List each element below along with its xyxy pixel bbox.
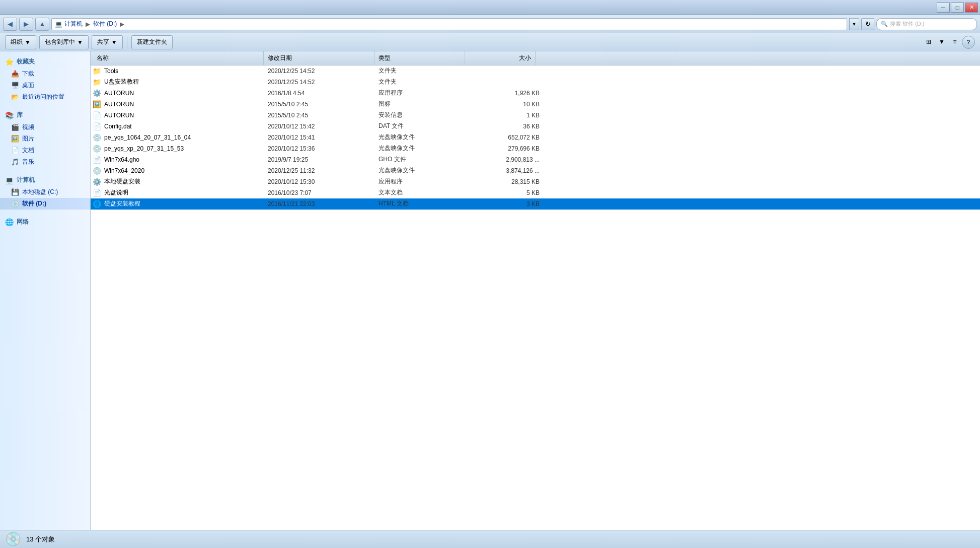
new-folder-label: 新建文件夹 xyxy=(137,38,167,46)
file-type-3: 图标 xyxy=(379,100,469,108)
include-library-dropdown-icon: ▼ xyxy=(77,39,83,46)
help-button[interactable]: ? xyxy=(962,36,975,49)
refresh-button[interactable]: ↻ xyxy=(861,18,874,30)
table-row[interactable]: 📁 U盘安装教程 2020/12/25 14:52 文件夹 xyxy=(91,77,980,88)
table-row[interactable]: 🌐 硬盘安装教程 2016/11/21 22:03 HTML 文档 3 KB xyxy=(91,198,980,210)
search-box[interactable]: 🔍 搜索 软件 (D:) xyxy=(876,18,977,30)
file-size-7: 279,696 KB xyxy=(469,145,540,152)
file-icon-4: 📄 xyxy=(93,111,101,119)
file-icon-0: 📁 xyxy=(93,67,101,75)
picture-icon: 🖼️ xyxy=(11,135,19,143)
table-row[interactable]: 📄 AUTORUN 2015/5/10 2:45 安装信息 1 KB xyxy=(91,110,980,121)
music-label: 音乐 xyxy=(22,158,34,166)
col-name-label: 名称 xyxy=(97,54,109,62)
path-drive[interactable]: 软件 (D:) xyxy=(93,20,117,28)
close-button[interactable]: ✕ xyxy=(965,3,978,13)
file-type-11: 文本文档 xyxy=(379,188,469,197)
sidebar-section-library: 📚 库 🎬 视频 🖼️ 图片 📄 文档 🎵 音乐 xyxy=(0,109,90,168)
drive-d-label: 软件 (D:) xyxy=(22,199,46,208)
status-text: 13 个对象 xyxy=(26,535,55,544)
new-folder-button[interactable]: 新建文件夹 xyxy=(131,35,173,49)
table-row[interactable]: 💿 pe_yqs_xp_20_07_31_15_53 2020/10/12 15… xyxy=(91,143,980,154)
drive-c-icon: 💾 xyxy=(11,188,19,196)
main-layout: ⭐ 收藏夹 📥 下载 🖥️ 桌面 📂 最近访问的位置 📚 库 xyxy=(0,51,980,530)
sidebar-item-drive-c[interactable]: 💾 本地磁盘 (C:) xyxy=(0,186,90,198)
desktop-label: 桌面 xyxy=(22,81,34,90)
sidebar-header-library[interactable]: 📚 库 xyxy=(0,109,90,121)
up-button[interactable]: ▲ xyxy=(35,18,49,31)
view-buttons: ⊞ ▼ ≡ ? xyxy=(923,36,975,49)
network-sidebar-icon: 🌐 xyxy=(5,218,14,226)
view-dropdown-button[interactable]: ▼ xyxy=(936,36,948,48)
file-date-6: 2020/10/12 15:41 xyxy=(268,134,379,141)
address-dropdown[interactable]: ▼ xyxy=(849,18,859,30)
drive-d-icon: 💿 xyxy=(11,200,19,208)
view-list-button[interactable]: ≡ xyxy=(949,36,961,48)
document-label: 文档 xyxy=(22,146,34,155)
table-row[interactable]: ⚙️ AUTORUN 2016/1/8 4:54 应用程序 1,926 KB xyxy=(91,88,980,99)
col-size-label: 大小 xyxy=(519,54,531,62)
picture-label: 图片 xyxy=(22,134,34,143)
sidebar-item-desktop[interactable]: 🖥️ 桌面 xyxy=(0,80,90,91)
sidebar-item-picture[interactable]: 🖼️ 图片 xyxy=(0,133,90,145)
sidebar-header-computer[interactable]: 💻 计算机 xyxy=(0,174,90,186)
file-date-7: 2020/10/12 15:36 xyxy=(268,145,379,152)
file-size-9: 3,874,126 ... xyxy=(469,167,540,174)
table-row[interactable]: 📁 Tools 2020/12/25 14:52 文件夹 xyxy=(91,65,980,77)
address-path[interactable]: 💻 计算机 ▶ 软件 (D:) ▶ xyxy=(51,18,847,30)
sidebar-item-document[interactable]: 📄 文档 xyxy=(0,145,90,156)
sidebar-item-drive-d[interactable]: 💿 软件 (D:) xyxy=(0,198,90,210)
organize-label: 组织 xyxy=(11,38,23,46)
table-row[interactable]: 📄 Win7x64.gho 2019/9/7 19:25 GHO 文件 2,90… xyxy=(91,154,980,165)
maximize-button[interactable]: □ xyxy=(951,3,964,13)
table-row[interactable]: 📄 光盘说明 2016/10/23 7:07 文本文档 5 KB xyxy=(91,187,980,198)
minimize-button[interactable]: ─ xyxy=(937,3,950,13)
favorites-icon: ⭐ xyxy=(5,58,14,66)
col-header-name[interactable]: 名称 xyxy=(93,51,264,65)
file-type-5: DAT 文件 xyxy=(379,122,469,130)
file-name-4: AUTORUN xyxy=(104,112,134,119)
table-row[interactable]: 🖼️ AUTORUN 2015/5/10 2:45 图标 10 KB xyxy=(91,99,980,110)
sidebar-header-network[interactable]: 🌐 网络 xyxy=(0,216,90,228)
back-button[interactable]: ◀ xyxy=(3,18,17,31)
file-icon-10: ⚙️ xyxy=(93,178,101,186)
view-grid-button[interactable]: ⊞ xyxy=(923,36,935,48)
table-row[interactable]: ⚙️ 本地硬盘安装 2020/10/12 15:30 应用程序 28,315 K… xyxy=(91,176,980,187)
file-name-3: AUTORUN xyxy=(104,101,134,108)
organize-button[interactable]: 组织 ▼ xyxy=(5,35,36,49)
sidebar-item-video[interactable]: 🎬 视频 xyxy=(0,121,90,133)
sidebar: ⭐ 收藏夹 📥 下载 🖥️ 桌面 📂 最近访问的位置 📚 库 xyxy=(0,51,91,530)
forward-button[interactable]: ▶ xyxy=(19,18,33,31)
share-button[interactable]: 共享 ▼ xyxy=(92,35,123,49)
network-sidebar-label: 网络 xyxy=(17,218,29,226)
sidebar-item-music[interactable]: 🎵 音乐 xyxy=(0,156,90,168)
col-header-size[interactable]: 大小 xyxy=(465,51,536,65)
file-list: 📁 Tools 2020/12/25 14:52 文件夹 📁 U盘安装教程 20… xyxy=(91,65,980,530)
col-header-date[interactable]: 修改日期 xyxy=(264,51,374,65)
include-library-button[interactable]: 包含到库中 ▼ xyxy=(39,35,89,49)
sidebar-item-recent[interactable]: 📂 最近访问的位置 xyxy=(0,91,90,103)
path-computer[interactable]: 计算机 xyxy=(64,20,83,28)
column-headers: 名称 修改日期 类型 大小 xyxy=(91,51,980,65)
file-icon-3: 🖼️ xyxy=(93,100,101,108)
file-type-8: GHO 文件 xyxy=(379,155,469,164)
table-row[interactable]: 💿 Win7x64_2020 2020/12/25 11:32 光盘映像文件 3… xyxy=(91,165,980,176)
file-size-5: 36 KB xyxy=(469,123,540,130)
table-row[interactable]: 📄 Config.dat 2020/10/12 15:42 DAT 文件 36 … xyxy=(91,121,980,132)
file-type-4: 安装信息 xyxy=(379,111,469,119)
file-date-5: 2020/10/12 15:42 xyxy=(268,123,379,130)
computer-icon: 💻 xyxy=(55,21,62,28)
sidebar-item-downloads[interactable]: 📥 下载 xyxy=(0,68,90,80)
path-sep1: ▶ xyxy=(86,21,90,28)
sidebar-header-favorites[interactable]: ⭐ 收藏夹 xyxy=(0,55,90,68)
search-icon: 🔍 xyxy=(881,21,888,27)
file-date-8: 2019/9/7 19:25 xyxy=(268,156,379,163)
col-header-type[interactable]: 类型 xyxy=(374,51,465,65)
file-icon-6: 💿 xyxy=(93,133,101,142)
file-date-2: 2016/1/8 4:54 xyxy=(268,90,379,97)
content-area: 名称 修改日期 类型 大小 📁 Tools 2020/12/25 14:52 文… xyxy=(91,51,980,530)
file-icon-2: ⚙️ xyxy=(93,89,101,97)
table-row[interactable]: 💿 pe_yqs_1064_20_07_31_16_04 2020/10/12 … xyxy=(91,132,980,143)
address-bar: ◀ ▶ ▲ 💻 计算机 ▶ 软件 (D:) ▶ ▼ ↻ 🔍 搜索 软件 (D:) xyxy=(0,15,980,33)
file-name-8: Win7x64.gho xyxy=(104,156,139,163)
